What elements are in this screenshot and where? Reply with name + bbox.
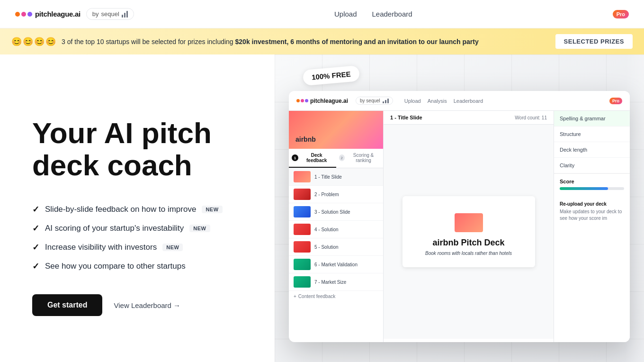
hero-left: Your AI pitch deck coach ✓ Slide-by-slid… [0, 54, 275, 362]
navbar: pitchleague.ai by sequel Upload Leaderbo… [0, 0, 644, 28]
logo-text: pitchleague.ai [35, 10, 80, 18]
ann-text-before: 3 of the top 10 startups will be selecte… [62, 38, 235, 45]
new-badge-3: NEW [162, 244, 183, 251]
feedback-clarity[interactable]: Clarity [554, 158, 630, 173]
logo[interactable]: pitchleague.ai [15, 10, 80, 18]
nav-right: Pro [613, 10, 629, 18]
app-lc1 [296, 99, 300, 102]
feedback-spelling[interactable]: Spelling & grammar [554, 111, 630, 127]
tab1-label: Deck feedback [300, 153, 333, 163]
nav-upload[interactable]: Upload [334, 10, 357, 18]
app-nav-upload[interactable]: Upload [404, 98, 421, 104]
view-leaderboard-link[interactable]: View Leaderboard → [114, 301, 180, 309]
feature-1: ✓ Slide-by-slide feedback on how to impr… [32, 204, 252, 215]
app-slide-preview: 1 - Title Slide Word count: 11 airbnb Pi… [384, 111, 554, 342]
app-nav-leaderboard[interactable]: Leaderboard [454, 98, 483, 104]
app-logo: pitchleague.ai [296, 98, 348, 104]
app-deck-title: airbnb [295, 136, 316, 143]
score-fill [560, 187, 608, 190]
feature-text-4: See how you compare to other startups [45, 262, 186, 271]
nav-leaderboard[interactable]: Leaderboard [372, 10, 412, 18]
feature-3: ✓ Increase visibility with investors NEW [32, 242, 252, 253]
announcement-bar: 😊😊😊😊 3 of the top 10 startups will be se… [0, 28, 644, 54]
slide-thumb-7 [294, 276, 311, 288]
logo-circle-orange [15, 12, 20, 17]
tab2-label: Scoring & ranking [347, 153, 380, 163]
feedback-deck-length[interactable]: Deck length [554, 142, 630, 158]
feature-text-2: AI scoring of your startup's investabili… [45, 224, 184, 233]
announcement-emojis: 😊😊😊😊 [11, 36, 57, 47]
hero-title-line2: deck coach [32, 149, 192, 181]
new-badge-2: NEW [189, 225, 210, 232]
logo-circle-purple [27, 12, 32, 17]
content-feedback-label: Content feedback [298, 294, 335, 299]
app-navbar: pitchleague.ai by sequel Upload Analysis… [289, 91, 630, 111]
tab2-num: 2 [339, 154, 345, 161]
slide-label-4: 4 - Solution [314, 227, 339, 232]
slide-card-title: airbnb Pitch Deck [414, 238, 524, 248]
hero-title-line1: Your AI pitch [32, 117, 212, 149]
slide-label-3: 3 - Solution Slide [314, 209, 350, 215]
slide-label-6: 6 - Market Validation [314, 262, 358, 267]
slide-thumb-3 [294, 206, 311, 217]
app-logo-circles [296, 99, 308, 102]
feedback-structure-label: Structure [560, 131, 581, 137]
slide-item-7[interactable]: 7 - Market Size [289, 273, 383, 291]
app-slide-panel: airbnb 1 Deck feedback 2 Scoring & ranki… [289, 111, 384, 342]
app-window: pitchleague.ai by sequel Upload Analysis… [289, 91, 630, 342]
app-content: airbnb 1 Deck feedback 2 Scoring & ranki… [289, 111, 630, 342]
app-deck-header: airbnb [289, 111, 383, 149]
logo-circle-pink [21, 12, 26, 17]
feedback-metrics: Spelling & grammar Structure Deck length… [554, 111, 630, 174]
prizes-button[interactable]: SELECTED PRIZES [555, 34, 633, 49]
feedback-deck-length-label: Deck length [560, 147, 587, 153]
sequel-badge: by sequel [86, 8, 134, 20]
hero-features: ✓ Slide-by-slide feedback on how to impr… [32, 204, 252, 272]
hero-right: 100% FREE pitchleague.ai by sequel [275, 54, 644, 362]
plus-icon: + [294, 294, 296, 299]
content-feedback-row[interactable]: + Content feedback [289, 291, 383, 302]
app-bar3 [387, 99, 389, 103]
feature-text-1: Slide-by-slide feedback on how to improv… [45, 205, 196, 214]
re-upload-section: Re-upload your deck Make updates to your… [554, 197, 630, 226]
app-sequel-bars-icon [383, 99, 389, 103]
bar3 [126, 11, 128, 18]
slide-item-3[interactable]: 3 - Solution Slide [289, 203, 383, 221]
feedback-structure[interactable]: Structure [554, 127, 630, 142]
slide-card-tagline: Book rooms with locals rather than hotel… [414, 251, 524, 256]
score-section: Score [554, 174, 630, 197]
app-tab-scoring[interactable]: 2 Scoring & ranking [336, 149, 384, 168]
feedback-clarity-label: Clarity [560, 163, 574, 168]
slide-item-4[interactable]: 4 - Solution [289, 221, 383, 238]
bar1 [122, 15, 123, 18]
check-icon-4: ✓ [32, 261, 39, 272]
new-badge-1: NEW [202, 206, 222, 213]
slide-thumb-4 [294, 224, 311, 235]
tab1-num: 1 [292, 154, 298, 161]
hero-title: Your AI pitch deck coach [32, 117, 252, 181]
app-logo-text: pitchleague.ai [310, 98, 348, 104]
slide-item-1[interactable]: 1 - Title Slide [289, 168, 383, 186]
app-sequel-badge: by sequel [356, 97, 393, 105]
nav-left: pitchleague.ai by sequel [15, 8, 134, 20]
slide-item-5[interactable]: 5 - Solution [289, 238, 383, 256]
get-started-button[interactable]: Get started [32, 294, 102, 316]
app-nav-analysis[interactable]: Analysis [428, 98, 447, 104]
app-feedback-panel: Spelling & grammar Structure Deck length… [554, 111, 630, 342]
feature-text-3: Increase visibility with investors [45, 243, 157, 252]
app-nav-links: Upload Analysis Leaderboard [404, 98, 483, 104]
slide-card-image [455, 213, 483, 232]
slide-item-6[interactable]: 6 - Market Validation [289, 256, 383, 273]
slide-card: airbnb Pitch Deck Book rooms with locals… [402, 196, 535, 267]
nav-center: Upload Leaderboard [334, 10, 412, 18]
slide-label-2: 2 - Problem [314, 192, 339, 197]
re-upload-label: Re-upload your deck [560, 201, 624, 207]
slide-label-7: 7 - Market Size [314, 280, 346, 285]
app-bar2 [385, 100, 386, 103]
app-tab-feedback[interactable]: 1 Deck feedback [289, 149, 336, 168]
hero-section: Your AI pitch deck coach ✓ Slide-by-slid… [0, 54, 644, 362]
hero-actions: Get started View Leaderboard → [32, 294, 252, 316]
app-bar1 [383, 101, 384, 103]
slide-item-2[interactable]: 2 - Problem [289, 186, 383, 203]
check-icon-2: ✓ [32, 223, 39, 234]
